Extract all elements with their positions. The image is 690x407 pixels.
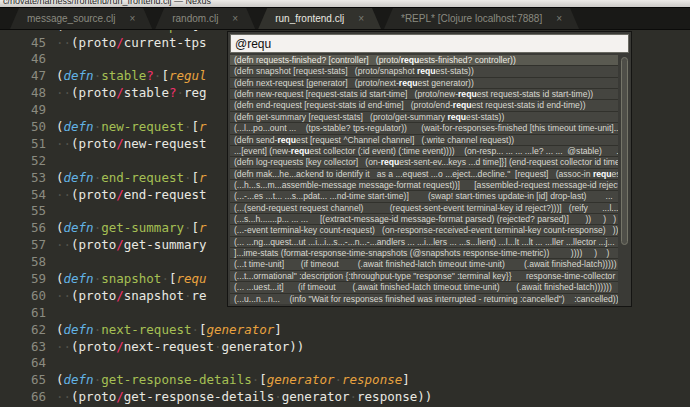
line-number: 51: [0, 136, 46, 153]
line-number: 61: [0, 305, 46, 322]
tab-close-icon[interactable]: ×: [129, 14, 135, 24]
line-text: [46, 355, 56, 372]
line-number: 46: [0, 51, 46, 68]
line-number: 63: [0, 339, 46, 356]
line-number: 62: [0, 322, 46, 339]
line-text: (defn·get-response-details·[generator·re…: [46, 372, 410, 389]
completion-item[interactable]: ]...ime-stats (format-response-time-snap…: [230, 248, 629, 259]
code-line[interactable]: 62(defn·next-request·[generator]: [0, 322, 690, 339]
completion-item[interactable]: (...t...ormational" :description {:throu…: [230, 271, 629, 282]
completion-item[interactable]: (...s...h.......p... ... ... [(extract-m…: [230, 214, 629, 225]
line-number: 57: [0, 237, 46, 254]
tab-label: message_source.clj: [27, 13, 115, 24]
completion-item[interactable]: (defn new-request [request-stats id star…: [230, 89, 629, 100]
line-text: [46, 51, 56, 68]
line-text: [46, 153, 56, 170]
editor-window: c/novate/harness/frontend/run_frontend.c…: [0, 0, 690, 407]
line-number: 56: [0, 220, 46, 237]
code-line[interactable]: 61: [0, 305, 690, 322]
tab-run-frontend-clj[interactable]: run_frontend.clj×: [258, 8, 381, 29]
line-number: 47: [0, 68, 46, 85]
completion-item[interactable]: (defn get-summary [request-stats] (proto…: [230, 112, 629, 123]
completion-scrollbar-track[interactable]: [618, 55, 629, 304]
tab-label: random.clj: [172, 13, 218, 24]
line-number: 49: [0, 102, 46, 119]
line-number: 64: [0, 355, 46, 372]
completion-list: (defn requests-finished? [controller] (p…: [230, 55, 629, 304]
completion-item[interactable]: ...[event] (new-request collector (:id e…: [230, 146, 629, 157]
line-text: (defn·new-request·[r: [46, 119, 207, 136]
completion-item[interactable]: (... ...ng...quest...ut ...i...i...s...-…: [230, 237, 629, 248]
line-number: 60: [0, 288, 46, 305]
completion-item[interactable]: (...(send-request request channel) (requ…: [230, 203, 629, 214]
tab-close-icon[interactable]: ×: [358, 14, 364, 24]
line-text: (defn·next-request·[generator]: [46, 322, 282, 339]
line-number: 65: [0, 372, 46, 389]
line-text: (defn·end-request·[r: [46, 170, 207, 187]
line-text: ··(proto/current-tps: [46, 35, 207, 52]
line-number: 50: [0, 119, 46, 136]
completion-item[interactable]: (defn send-request [request ^Channel cha…: [230, 135, 629, 146]
code-line[interactable]: 65(defn·get-response-details·[generator·…: [0, 372, 690, 389]
tab-bar: message_source.clj×random.clj×run_fronte…: [0, 8, 690, 30]
window-title: c/novate/harness/frontend/run_frontend.c…: [3, 0, 211, 6]
line-text: [46, 305, 56, 322]
line-number: 53: [0, 170, 46, 187]
completion-item[interactable]: (defn mak...he...ackend to identify it a…: [230, 169, 629, 180]
tab-random-clj[interactable]: random.clj×: [155, 8, 255, 29]
completion-scrollbar-thumb[interactable]: [621, 57, 628, 245]
tab-label: run_frontend.clj: [275, 13, 344, 24]
line-text: [46, 203, 56, 220]
code-line[interactable]: 63··(proto/next-request·generator)): [0, 339, 690, 356]
line-number: 55: [0, 203, 46, 220]
completion-item[interactable]: (defn snapshot [request-stats] (proto/sn…: [230, 66, 629, 77]
code-line[interactable]: 64: [0, 355, 690, 372]
tab-close-icon[interactable]: ×: [556, 14, 562, 24]
line-text: [46, 254, 56, 271]
completion-item[interactable]: (defn requests-finished? [controller] (p…: [230, 55, 629, 66]
code-line[interactable]: 66··(proto/get-response-details·generato…: [0, 389, 690, 406]
window-title-bar: c/novate/harness/frontend/run_frontend.c…: [0, 0, 690, 8]
completion-item[interactable]: (...t time-unit] (if timeout (.await fin…: [230, 259, 629, 270]
line-text: ··(proto/snapshot·re: [46, 288, 207, 305]
line-number: 58: [0, 254, 46, 271]
line-number: 66: [0, 389, 46, 406]
autocomplete-popup: (defn requests-finished? [controller] (p…: [227, 31, 632, 307]
line-text: ··(proto/get-response-details·generator·…: [46, 389, 432, 406]
completion-item[interactable]: (...-event terminal-key count-request) (…: [230, 225, 629, 236]
tab--repl-clojure-localhost-7888-[interactable]: *REPL* [Clojure localhost:7888]×: [384, 8, 579, 29]
line-number: 59: [0, 271, 46, 288]
line-text: (defn·stable?·[regul: [46, 68, 207, 85]
line-text: ··(proto/end-request: [46, 187, 207, 204]
tab-label: *REPL* [Clojure localhost:7888]: [401, 13, 542, 24]
completion-input[interactable]: [230, 34, 629, 53]
line-number: 45: [0, 35, 46, 52]
line-text: [46, 102, 56, 119]
line-text: ··(proto/stable?·reg: [46, 85, 207, 102]
tab-close-icon[interactable]: ×: [232, 14, 238, 24]
line-text: ··(proto/new-request: [46, 136, 207, 153]
completion-item[interactable]: (...h...s...m...assemble-message message…: [230, 180, 629, 191]
completion-item[interactable]: (...u...n...n... (info "Wait for respons…: [230, 294, 629, 304]
line-text: (defn·snapshot·[requ: [46, 271, 207, 288]
line-number: 54: [0, 187, 46, 204]
line-number: 52: [0, 153, 46, 170]
completion-item[interactable]: (...-...es ...t... ...s...pdat... ...nd-…: [230, 191, 629, 202]
line-text: ··(proto/next-request·generator)): [46, 339, 304, 356]
line-text: (defn·get-summary·[r: [46, 220, 207, 237]
completion-item[interactable]: (... ...uest...it] (if timeout (.await f…: [230, 282, 629, 293]
completion-item[interactable]: (defn next-request [generator] (proto/ne…: [230, 78, 629, 89]
completion-item[interactable]: (defn log-requests [key collector] (on-r…: [230, 157, 629, 168]
line-text: ··(proto/get-summary: [46, 237, 207, 254]
tab-message-source-clj[interactable]: message_source.clj×: [10, 8, 152, 29]
line-number: 48: [0, 85, 46, 102]
completion-item[interactable]: (...l...po...ount ... (tps-stable? tps-r…: [230, 123, 629, 134]
completion-item[interactable]: (defn end-request [request-stats id end-…: [230, 100, 629, 111]
